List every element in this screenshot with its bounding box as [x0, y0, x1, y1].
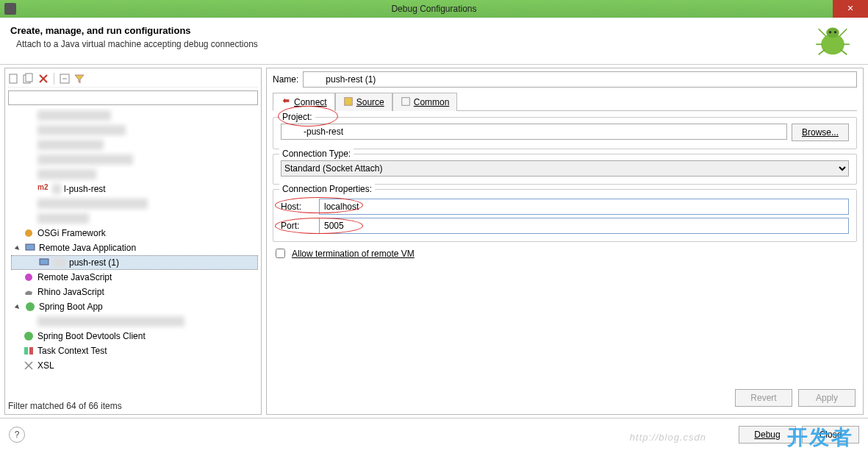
tree-label: Spring Boot Devtools Client	[37, 331, 146, 341]
svg-point-1	[826, 28, 839, 38]
collapse-all-button[interactable]	[59, 73, 71, 85]
connection-type-select[interactable]: Standard (Socket Attach)	[281, 160, 849, 177]
svg-line-7	[841, 49, 847, 54]
tree-item-blurred[interactable]	[11, 196, 258, 211]
common-icon	[401, 96, 411, 109]
filter-status: Filter matched 64 of 66 items	[8, 398, 258, 411]
footer: ? Debug Close	[0, 418, 868, 450]
right-panel: Name: Connect Source Common Project:	[266, 68, 864, 415]
tree-label: Task Context Test	[37, 346, 107, 356]
tree-item-blurred[interactable]	[11, 152, 258, 167]
tab-label: Source	[356, 97, 384, 107]
tree-item-push-rest[interactable]: push-rest (1)	[11, 255, 258, 270]
tree-item-blurred[interactable]	[11, 167, 258, 182]
new-config-button[interactable]	[8, 73, 20, 85]
revert-button[interactable]: Revert	[735, 389, 792, 407]
allow-termination-checkbox[interactable]	[276, 249, 285, 258]
port-input[interactable]	[319, 218, 849, 234]
tree-item-osgi[interactable]: OSGi Framework	[11, 226, 258, 241]
svg-rect-21	[24, 347, 28, 355]
project-input[interactable]	[281, 124, 787, 140]
junit-icon	[23, 345, 35, 357]
tree-item-xsl[interactable]: XSL	[11, 358, 258, 373]
tree-label: Rhino JavaScript	[37, 287, 104, 297]
filter-input[interactable]	[8, 90, 258, 105]
browse-button[interactable]: Browse...	[792, 124, 849, 141]
host-label: Host:	[281, 202, 313, 212]
help-button[interactable]: ?	[9, 427, 25, 443]
tree-item-blurred[interactable]	[11, 108, 258, 123]
tree-label: push-rest (1)	[69, 257, 119, 268]
svg-rect-17	[40, 259, 49, 265]
svg-point-18	[25, 274, 32, 281]
tree-item-maven-push-rest[interactable]: m2 l-push-rest	[11, 182, 258, 196]
tree-item-rhino[interactable]: Rhino JavaScript	[11, 285, 258, 299]
tree-label: Spring Boot App	[39, 302, 103, 312]
tab-source[interactable]: Source	[335, 93, 392, 111]
svg-rect-16	[26, 244, 35, 250]
close-button[interactable]: Close	[802, 426, 859, 443]
expander-icon[interactable]	[14, 244, 21, 252]
source-icon	[343, 96, 354, 109]
svg-line-2	[819, 29, 827, 37]
rhino-icon	[23, 286, 35, 298]
tree-item-remote-java[interactable]: Remote Java Application	[11, 241, 258, 255]
tree-item-blurred[interactable]	[11, 123, 258, 138]
debug-button[interactable]: Debug	[739, 426, 796, 443]
delete-button[interactable]	[37, 73, 49, 85]
svg-line-6	[819, 49, 825, 54]
xsl-icon	[23, 360, 35, 371]
connection-properties-group: Connection Properties: Host: Port:	[273, 189, 857, 242]
tree-label: l-push-rest	[64, 184, 106, 194]
tree-item-blurred[interactable]	[11, 138, 258, 152]
maven-icon: m2	[37, 183, 49, 195]
svg-line-3	[839, 29, 847, 37]
tree-label: XSL	[37, 360, 54, 371]
java-config-icon	[38, 257, 50, 268]
name-label: Name:	[273, 74, 298, 85]
body: m2 l-push-rest OSGi Framework Remote Jav…	[0, 65, 868, 418]
tree-label: Remote JavaScript	[37, 272, 112, 282]
spring-icon	[24, 301, 36, 313]
remote-java-icon	[24, 242, 36, 254]
tree-item-spring-boot[interactable]: Spring Boot App	[11, 299, 258, 314]
apply-button[interactable]: Apply	[798, 389, 856, 407]
expander-icon[interactable]	[14, 303, 21, 310]
svg-rect-24	[401, 97, 409, 105]
name-input[interactable]	[303, 71, 857, 88]
tree-item-remote-js[interactable]: Remote JavaScript	[11, 270, 258, 285]
allow-termination-label: Allow termination of remote VM	[292, 249, 415, 259]
tab-common[interactable]: Common	[392, 93, 458, 111]
tree-item-blurred[interactable]	[11, 314, 258, 329]
project-group: Project: Browse...	[273, 117, 857, 149]
svg-rect-22	[29, 347, 33, 355]
tree-item-blurred[interactable]	[11, 211, 258, 226]
tab-connect[interactable]: Connect	[273, 93, 335, 111]
osgi-icon	[23, 227, 35, 239]
remote-js-icon	[23, 271, 35, 283]
tab-label: Connect	[294, 97, 327, 107]
filter-button[interactable]	[73, 73, 85, 85]
host-input[interactable]	[319, 199, 849, 215]
config-tree[interactable]: m2 l-push-rest OSGi Framework Remote Jav…	[8, 108, 258, 398]
right-buttons: Revert Apply	[273, 385, 857, 411]
cprops-label: Connection Properties:	[279, 184, 375, 194]
svg-point-8	[829, 31, 832, 34]
tab-content: Project: Browse... Connection Type: Stan…	[273, 111, 857, 385]
duplicate-button[interactable]	[23, 73, 35, 85]
tab-label: Common	[414, 97, 450, 107]
connection-type-group: Connection Type: Standard (Socket Attach…	[273, 154, 857, 185]
titlebar: Debug Configurations ×	[0, 0, 868, 18]
tree-item-spring-devtools[interactable]: Spring Boot Devtools Client	[11, 329, 258, 343]
close-window-button[interactable]: ×	[833, 0, 868, 18]
header: Create, manage, and run configurations A…	[0, 18, 868, 65]
spring-devtools-icon	[23, 330, 35, 342]
svg-point-20	[24, 332, 33, 341]
project-label: Project:	[279, 112, 315, 122]
window-title: Debug Configurations	[0, 4, 868, 14]
tabs: Connect Source Common	[273, 92, 857, 111]
port-label: Port:	[281, 221, 313, 231]
bug-icon	[812, 22, 853, 59]
tree-item-task-context[interactable]: Task Context Test	[11, 343, 258, 358]
svg-rect-23	[344, 97, 352, 105]
